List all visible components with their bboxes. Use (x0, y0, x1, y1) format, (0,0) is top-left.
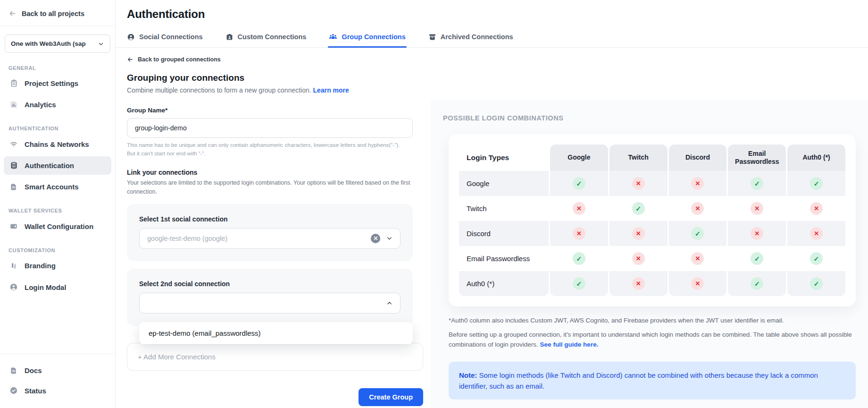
second-connection-select[interactable] (139, 293, 401, 314)
badge-icon (225, 33, 234, 41)
second-connection-card: Select 2nd social connection (127, 269, 413, 326)
back-to-grouped-connections-link[interactable]: Back to grouped connections (127, 56, 423, 63)
sidebar-item-label: Project Settings (25, 79, 78, 87)
tab-custom-connections[interactable]: Custom Connections (225, 33, 307, 47)
table-cell: ✕ (728, 221, 786, 246)
table-cell: ✓ (550, 171, 608, 196)
combination-mark: ✕ (751, 202, 763, 215)
sidebar-section-wallet-services: WALLET SERVICES (8, 208, 107, 213)
users-group-icon (329, 33, 337, 41)
sidebar-item-label: Chains & Networks (25, 140, 89, 148)
page-title: Authentication (127, 8, 868, 21)
project-selector[interactable]: One with Web3Auth (sap (5, 34, 110, 53)
learn-more-link[interactable]: Learn more (313, 86, 349, 94)
brush-icon (9, 262, 18, 270)
full-guide-link[interactable]: See full guide here. (540, 341, 599, 348)
table-cell: ✕ (787, 196, 845, 221)
table-cell: ✕ (609, 246, 668, 271)
combination-mark: ✕ (691, 277, 704, 290)
tab-group-connections[interactable]: Group Connections (329, 33, 405, 47)
chart-icon (9, 101, 18, 109)
check-circle-icon (9, 386, 18, 395)
tab-bar: Social Connections Custom Connections Gr… (116, 33, 868, 48)
row-label: Email Passwordless (459, 246, 549, 271)
clear-selection-icon[interactable] (371, 234, 380, 243)
table-cell: ✓ (609, 196, 668, 221)
column-header-discord: Discord (669, 144, 727, 171)
combination-mark: ✓ (751, 277, 763, 290)
combination-mark: ✓ (810, 277, 823, 290)
column-header-auth0: Auth0 (*) (787, 144, 845, 171)
group-name-help-line2: But it can't start nor end with “-”. (127, 150, 423, 158)
add-more-connections-button[interactable]: + Add More Connections (127, 343, 423, 371)
sidebar-item-smart-accounts[interactable]: Smart Accounts (4, 178, 111, 196)
table-cell: ✕ (609, 271, 668, 296)
column-header-google: Google (550, 144, 608, 171)
user-circle-icon (127, 33, 135, 41)
group-name-input[interactable] (127, 118, 413, 138)
sidebar-item-label: Login Modal (25, 283, 66, 291)
table-cell: ✕ (669, 246, 727, 271)
table-cell: ✕ (669, 196, 727, 221)
archive-box-icon (428, 33, 436, 41)
table-cell: ✕ (550, 221, 608, 246)
combination-mark: ✓ (810, 177, 823, 190)
combination-mark: ✓ (573, 252, 585, 265)
combination-mark: ✓ (751, 252, 763, 265)
first-connection-select[interactable]: google-test-demo (google) (139, 228, 401, 249)
sidebar-item-authentication[interactable]: Authentication (4, 156, 111, 175)
table-cell: ✕ (609, 171, 668, 196)
combination-mark: ✕ (691, 202, 704, 215)
combination-mark: ✕ (751, 227, 763, 240)
row-label: Auth0 (*) (459, 271, 549, 296)
login-combinations-panel: POSSIBLE LOGIN COMBINATIONS Login Types … (431, 100, 868, 408)
sidebar-item-wallet-configuration[interactable]: Wallet Configuration (4, 217, 111, 236)
combinations-table-card: Login Types Google Twitch Discord Email … (449, 134, 856, 306)
sidebar-item-project-settings[interactable]: Project Settings (4, 74, 111, 93)
sidebar: Back to all projects One with Web3Auth (… (0, 0, 116, 408)
combinations-table: Login Types Google Twitch Discord Email … (459, 144, 845, 296)
chevron-down-icon (98, 41, 104, 47)
note-text: Some login methods (like Twitch and Disc… (459, 371, 818, 390)
sidebar-item-login-modal[interactable]: Login Modal (4, 278, 111, 297)
arrow-left-icon (127, 56, 134, 63)
table-cell: ✕ (787, 221, 845, 246)
table-cell: ✕ (609, 221, 668, 246)
sidebar-item-analytics[interactable]: Analytics (4, 95, 111, 114)
row-label: Discord (459, 221, 549, 246)
combination-mark: ✕ (691, 177, 704, 190)
form-subtitle: Combine multiple connections to form a n… (127, 86, 423, 94)
table-cell: ✓ (728, 271, 786, 296)
dropdown-option-ep-test-demo[interactable]: ep-test-demo (email_passwordless) (139, 322, 413, 344)
tab-label: Archived Connections (441, 33, 513, 41)
combination-mark: ✕ (632, 277, 645, 290)
sidebar-item-chains-networks[interactable]: Chains & Networks (4, 135, 111, 153)
sidebar-item-branding[interactable]: Branding (4, 256, 111, 275)
auth0-footnote: *Auth0 column also includes Custom JWT, … (449, 317, 856, 324)
group-name-label: Group Name* (127, 107, 423, 114)
link-connections-description: Your selections are limited to the suppo… (127, 178, 419, 196)
table-cell: ✓ (550, 271, 608, 296)
column-header-email-passwordless: Email Passwordless (728, 144, 786, 171)
tab-social-connections[interactable]: Social Connections (127, 33, 203, 47)
sidebar-item-docs[interactable]: Docs (4, 361, 111, 380)
select-first-connection-label: Select 1st social connection (139, 215, 401, 223)
sidebar-spacer (0, 298, 115, 354)
wallet-icon (9, 222, 18, 230)
user-circle-icon (9, 283, 18, 291)
link-connections-title: Link your connections (127, 169, 423, 176)
create-group-button[interactable]: Create Group (359, 388, 423, 406)
tab-archived-connections[interactable]: Archived Connections (428, 33, 513, 47)
sidebar-item-label: Status (25, 387, 46, 395)
table-cell: ✓ (787, 271, 845, 296)
select-second-connection-label: Select 2nd social connection (139, 280, 401, 288)
table-cell: ✓ (550, 246, 608, 271)
note-box: Note: Some login methods (like Twitch an… (449, 362, 856, 400)
sidebar-item-label: Analytics (25, 101, 56, 109)
table-cell: ✓ (669, 221, 727, 246)
table-cell: ✓ (787, 246, 845, 271)
sidebar-item-status[interactable]: Status (4, 381, 111, 400)
back-to-projects-link[interactable]: Back to all projects (0, 0, 115, 26)
app-window: Back to all projects One with Web3Auth (… (0, 0, 868, 408)
combination-mark: ✕ (632, 252, 645, 265)
